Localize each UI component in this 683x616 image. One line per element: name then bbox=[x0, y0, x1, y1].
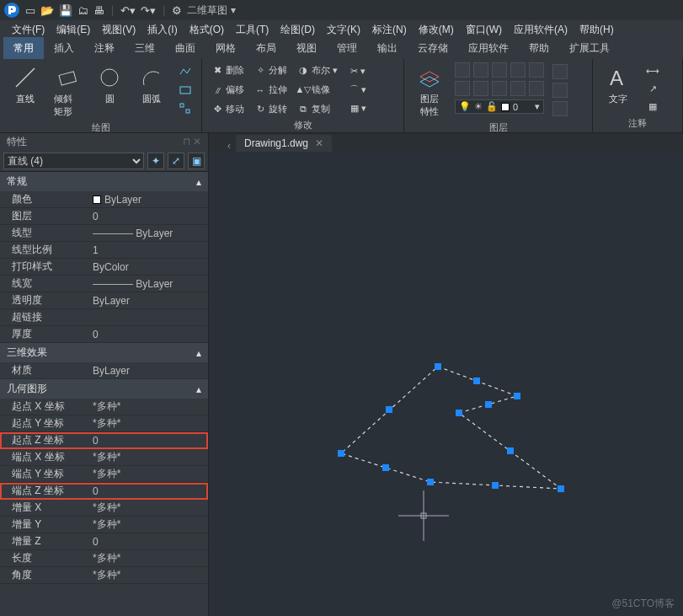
property-row[interactable]: 端点 Z 坐标0 bbox=[0, 483, 208, 500]
copy-button[interactable]: ⧉复制 bbox=[295, 101, 340, 117]
multi-save-icon[interactable]: 🗂 bbox=[77, 4, 88, 17]
property-row[interactable]: 增量 X*多种* bbox=[0, 500, 208, 517]
property-row[interactable]: 端点 Y 坐标*多种* bbox=[0, 466, 208, 483]
menu-apps[interactable]: 应用软件(A) bbox=[509, 21, 573, 39]
property-value[interactable]: ———— ByLayer bbox=[93, 228, 208, 239]
menu-draw[interactable]: 绘图(D) bbox=[275, 21, 320, 39]
property-value[interactable]: ByLayer bbox=[93, 295, 208, 307]
property-value[interactable]: 1 bbox=[93, 244, 208, 256]
fillet-icon[interactable]: ⌒ ▾ bbox=[347, 82, 369, 98]
grip-handle[interactable] bbox=[473, 378, 480, 384]
layer-extra-icon[interactable] bbox=[552, 83, 568, 98]
circle-tool-button[interactable]: 圆 bbox=[91, 62, 128, 107]
selection-type-dropdown[interactable]: 直线 (4) bbox=[3, 153, 144, 169]
layer-state-icon[interactable] bbox=[473, 81, 488, 96]
grip-handle[interactable] bbox=[338, 450, 344, 457]
property-row[interactable]: 图层0 bbox=[0, 208, 208, 225]
layer-state-icon[interactable] bbox=[529, 81, 544, 96]
property-value[interactable]: ByLayer bbox=[93, 194, 208, 206]
property-row[interactable]: 线型———— ByLayer bbox=[0, 225, 208, 242]
ribbon-tab-annotate[interactable]: 注释 bbox=[84, 37, 125, 59]
layer-state-icon[interactable] bbox=[529, 62, 544, 78]
property-row[interactable]: 线宽———— ByLayer bbox=[0, 276, 208, 292]
document-tab[interactable]: Drawing1.dwg ✕ bbox=[236, 135, 332, 152]
layer-state-icon[interactable] bbox=[455, 81, 470, 96]
tilt-rect-button[interactable]: 倾斜矩形 bbox=[49, 62, 86, 120]
property-value[interactable]: *多种* bbox=[93, 568, 208, 582]
ribbon-tab-insert[interactable]: 插入 bbox=[44, 37, 84, 59]
ribbon-tab-cloud[interactable]: 云存储 bbox=[408, 37, 458, 59]
stretch-button[interactable]: ↔拉伸 bbox=[252, 82, 290, 98]
layer-state-icon[interactable] bbox=[455, 62, 470, 78]
settings-gear-icon[interactable]: ⚙ bbox=[172, 4, 182, 17]
ribbon-tab-mesh[interactable]: 网格 bbox=[205, 37, 246, 59]
grip-handle[interactable] bbox=[507, 447, 514, 454]
more-draw-icon[interactable] bbox=[177, 101, 194, 116]
redo-icon[interactable]: ↷▾ bbox=[141, 4, 156, 17]
grip-handle[interactable] bbox=[558, 485, 564, 492]
open-icon[interactable]: 📂 bbox=[40, 4, 54, 17]
save-icon[interactable]: 💾 bbox=[59, 4, 72, 17]
grip-handle[interactable] bbox=[382, 464, 389, 471]
ribbon-tab-layout[interactable]: 布局 bbox=[246, 37, 286, 59]
workspace-combo[interactable]: 二维草图 ▾ bbox=[187, 3, 235, 18]
grip-handle[interactable] bbox=[485, 401, 492, 408]
rectangle-icon[interactable] bbox=[177, 83, 194, 98]
property-value[interactable]: ByColor bbox=[93, 261, 208, 273]
grip-handle[interactable] bbox=[514, 393, 520, 399]
line-tool-button[interactable]: 直线 bbox=[7, 62, 44, 107]
dim-linear-icon[interactable]: ⟷ bbox=[643, 64, 662, 78]
erase-button[interactable]: ✖删除 bbox=[209, 62, 247, 78]
arc-tool-button[interactable]: 圆弧 bbox=[133, 62, 170, 107]
property-value[interactable]: *多种* bbox=[93, 450, 208, 464]
layer-extra-icon[interactable] bbox=[552, 64, 568, 79]
section-geometry[interactable]: 几何图形▴ bbox=[0, 379, 208, 399]
text-tool-button[interactable]: A 文字 bbox=[600, 62, 637, 107]
selected-polyline[interactable] bbox=[341, 367, 561, 489]
quick-select-icon[interactable]: ✦ bbox=[147, 153, 164, 169]
ribbon-tab-ext[interactable]: 扩展工具 bbox=[559, 37, 620, 59]
ribbon-tab-apps[interactable]: 应用软件 bbox=[458, 37, 519, 59]
property-row[interactable]: 增量 Z0 bbox=[0, 533, 208, 550]
property-value[interactable]: *多种* bbox=[93, 551, 208, 565]
select-objects-icon[interactable]: ⤢ bbox=[168, 153, 184, 169]
layer-state-icon[interactable] bbox=[510, 81, 526, 96]
property-row[interactable]: 角度*多种* bbox=[0, 567, 208, 584]
menu-window[interactable]: 窗口(W) bbox=[461, 21, 507, 39]
property-value[interactable]: ———— ByLayer bbox=[93, 278, 208, 290]
grip-handle[interactable] bbox=[386, 406, 392, 413]
property-value[interactable]: *多种* bbox=[93, 467, 208, 481]
property-row[interactable]: 颜色ByLayer bbox=[0, 191, 208, 208]
grip-handle[interactable] bbox=[435, 363, 441, 370]
undo-icon[interactable]: ↶▾ bbox=[120, 4, 136, 17]
ribbon-tab-manage[interactable]: 管理 bbox=[327, 37, 367, 59]
menu-insert[interactable]: 插入(I) bbox=[142, 21, 182, 39]
property-value[interactable]: 0 bbox=[93, 329, 208, 340]
property-value[interactable]: ByLayer bbox=[93, 365, 208, 377]
grip-handle[interactable] bbox=[427, 479, 434, 485]
menu-tools[interactable]: 工具(T) bbox=[231, 21, 274, 39]
ribbon-tab-home[interactable]: 常用 bbox=[3, 37, 44, 59]
close-tab-icon[interactable]: ✕ bbox=[315, 137, 323, 149]
property-row[interactable]: 打印样式ByColor bbox=[0, 259, 208, 276]
property-value[interactable]: 0 bbox=[93, 435, 208, 447]
toggle-pick-icon[interactable]: ▣ bbox=[188, 153, 205, 169]
property-row[interactable]: 材质ByLayer bbox=[0, 362, 208, 379]
property-row[interactable]: 增量 Y*多种* bbox=[0, 517, 208, 533]
property-value[interactable]: *多种* bbox=[93, 501, 208, 515]
drawing-canvas[interactable]: @51CTO博客 bbox=[209, 152, 683, 616]
leader-icon[interactable]: ↗ bbox=[647, 82, 659, 96]
layer-state-icon[interactable] bbox=[510, 62, 526, 78]
property-row[interactable]: 超链接 bbox=[0, 309, 208, 326]
menu-dim[interactable]: 标注(N) bbox=[367, 21, 412, 39]
properties-scroll[interactable]: 常规▴ 颜色ByLayer图层0线型———— ByLayer线型比例1打印样式B… bbox=[0, 172, 208, 616]
property-value[interactable]: *多种* bbox=[93, 399, 208, 414]
property-row[interactable]: 起点 Z 坐标0 bbox=[0, 432, 208, 449]
grip-handle[interactable] bbox=[456, 410, 462, 416]
mirror-button[interactable]: ▲▽镜像 bbox=[295, 82, 340, 98]
menu-help[interactable]: 帮助(H) bbox=[574, 21, 619, 39]
tab-prev-icon[interactable]: ‹ bbox=[227, 140, 231, 152]
section-general[interactable]: 常规▴ bbox=[0, 172, 208, 191]
menu-modify[interactable]: 修改(M) bbox=[414, 21, 459, 39]
table-icon[interactable]: ▦ bbox=[646, 99, 659, 114]
